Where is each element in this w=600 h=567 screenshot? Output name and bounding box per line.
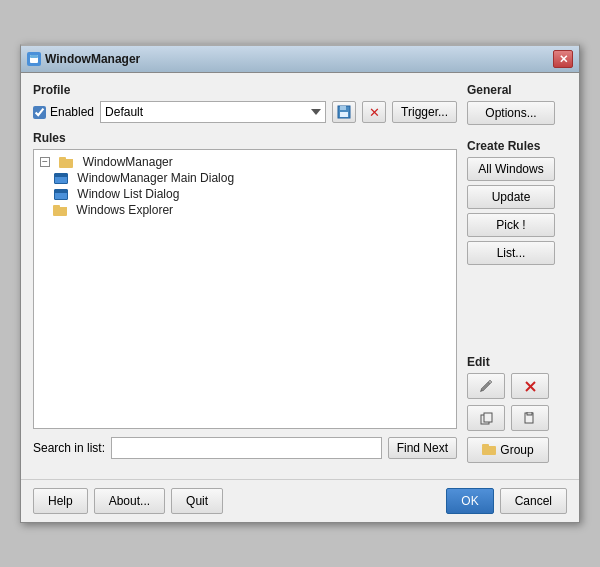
folder-icon xyxy=(59,156,73,168)
svg-rect-11 xyxy=(482,446,496,455)
enabled-label: Enabled xyxy=(50,105,94,119)
search-row: Search in list: Find Next xyxy=(33,437,457,459)
main-panel: Profile Enabled Default xyxy=(33,83,457,469)
profile-section-label: Profile xyxy=(33,83,457,97)
profile-row: Enabled Default ✕ xyxy=(33,101,457,123)
help-button[interactable]: Help xyxy=(33,488,88,514)
enabled-checkbox[interactable] xyxy=(33,106,46,119)
edit-copy-button[interactable] xyxy=(467,405,505,431)
rules-section: Rules − WindowManager xyxy=(33,131,457,429)
svg-rect-10 xyxy=(527,412,532,415)
group-folder-icon xyxy=(482,443,496,458)
edit-buttons-grid: Group xyxy=(467,373,567,465)
quit-button[interactable]: Quit xyxy=(171,488,223,514)
window-icon xyxy=(54,189,68,200)
create-rules-label: Create Rules xyxy=(467,139,567,153)
svg-rect-8 xyxy=(484,413,492,422)
right-spacer xyxy=(467,279,567,345)
window-icon xyxy=(54,173,68,184)
svg-rect-1 xyxy=(30,55,38,58)
general-label: General xyxy=(467,83,567,97)
search-input[interactable] xyxy=(111,437,382,459)
trigger-button[interactable]: Trigger... xyxy=(392,101,457,123)
ok-button[interactable]: OK xyxy=(446,488,493,514)
main-window: WindowManager ✕ Profile Enabled xyxy=(20,44,580,523)
folder-icon xyxy=(53,204,67,216)
profile-dropdown[interactable]: Default xyxy=(100,101,326,123)
group-button[interactable]: Group xyxy=(467,437,549,463)
tree-item-label: Window List Dialog xyxy=(77,187,179,201)
all-windows-button[interactable]: All Windows xyxy=(467,157,555,181)
svg-rect-3 xyxy=(340,106,346,110)
titlebar: WindowManager ✕ xyxy=(21,46,579,73)
group-label: Group xyxy=(500,443,533,457)
enabled-checkbox-label[interactable]: Enabled xyxy=(33,105,94,119)
create-rules-section: Create Rules All Windows Update Pick ! L… xyxy=(467,139,567,269)
edit-paste-button[interactable] xyxy=(511,405,549,431)
svg-rect-4 xyxy=(340,112,348,117)
close-button[interactable]: ✕ xyxy=(553,50,573,68)
edit-pencil-button[interactable] xyxy=(467,373,505,399)
edit-section: Edit xyxy=(467,355,567,469)
about-button[interactable]: About... xyxy=(94,488,165,514)
tree-item-label: WindowManager xyxy=(83,155,173,169)
svg-rect-12 xyxy=(482,444,489,447)
delete-profile-button[interactable]: ✕ xyxy=(362,101,386,123)
app-icon xyxy=(27,52,41,66)
options-button[interactable]: Options... xyxy=(467,101,555,125)
edit-delete-button[interactable] xyxy=(511,373,549,399)
tree-item-windows-explorer[interactable]: Windows Explorer xyxy=(38,202,452,218)
tree-item-main-dialog[interactable]: WindowManager Main Dialog xyxy=(38,170,452,186)
save-profile-button[interactable] xyxy=(332,101,356,123)
pick-button[interactable]: Pick ! xyxy=(467,213,555,237)
tree-item-label: WindowManager Main Dialog xyxy=(77,171,234,185)
find-next-button[interactable]: Find Next xyxy=(388,437,457,459)
rules-tree[interactable]: − WindowManager WindowManager Main xyxy=(33,149,457,429)
window-title: WindowManager xyxy=(45,52,140,66)
tree-item-windowmanager[interactable]: − WindowManager xyxy=(38,154,452,170)
titlebar-left: WindowManager xyxy=(27,52,140,66)
two-column-layout: Profile Enabled Default xyxy=(33,83,567,469)
content-area: Profile Enabled Default xyxy=(21,73,579,479)
edit-label: Edit xyxy=(467,355,567,369)
expand-icon[interactable]: − xyxy=(40,157,50,167)
tree-item-list-dialog[interactable]: Window List Dialog xyxy=(38,186,452,202)
update-button[interactable]: Update xyxy=(467,185,555,209)
cancel-button[interactable]: Cancel xyxy=(500,488,567,514)
tree-item-label: Windows Explorer xyxy=(76,203,173,217)
right-panel: General Options... Create Rules All Wind… xyxy=(467,83,567,469)
rules-section-label: Rules xyxy=(33,131,457,145)
bottom-bar: Help About... Quit OK Cancel xyxy=(21,479,579,522)
search-label: Search in list: xyxy=(33,441,105,455)
list-button[interactable]: List... xyxy=(467,241,555,265)
general-section: General Options... xyxy=(467,83,567,129)
